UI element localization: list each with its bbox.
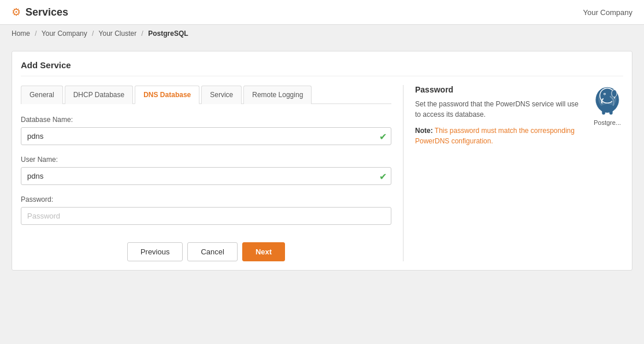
breadcrumb: Home / Your Company / Your Cluster / Pos… — [0, 25, 644, 42]
add-service-card: Add Service General DHCP Database DNS Da… — [12, 51, 632, 271]
breadcrumb-sep-3: / — [142, 29, 143, 38]
breadcrumb-company[interactable]: Your Company — [42, 29, 87, 38]
help-description: Set the password that the PowerDNS servi… — [415, 99, 583, 120]
username-group: User Name: ✔ — [21, 156, 391, 185]
tab-bar: General DHCP Database DNS Database Servi… — [21, 85, 391, 104]
top-bar: ⚙ Services Your Company — [0, 0, 644, 25]
company-name: Your Company — [583, 8, 632, 17]
breadcrumb-sep-2: / — [92, 29, 94, 38]
help-section: Password Set the password that the Power… — [404, 85, 623, 261]
db-name-input[interactable] — [21, 127, 391, 145]
password-group: Password: — [21, 195, 391, 225]
tab-dhcp-database[interactable]: DHCP Database — [65, 86, 134, 104]
button-row: Previous Cancel Next — [21, 242, 391, 261]
help-text: Password Set the password that the Power… — [415, 85, 583, 261]
pg-logo-label: Postgre... — [594, 119, 621, 126]
app-title: Services — [25, 6, 68, 19]
tab-dns-database[interactable]: DNS Database — [135, 86, 199, 104]
tab-service[interactable]: Service — [201, 86, 242, 104]
db-name-input-wrapper: ✔ — [21, 127, 391, 145]
username-input-wrapper: ✔ — [21, 167, 391, 185]
svg-point-5 — [612, 90, 617, 97]
tab-remote-logging[interactable]: Remote Logging — [243, 86, 312, 104]
breadcrumb-sep-1: / — [35, 29, 36, 38]
note-text: This password must match the correspondi… — [415, 127, 575, 145]
db-name-label: Database Name: — [21, 116, 391, 124]
breadcrumb-current: PostgreSQL — [148, 29, 188, 38]
password-label: Password: — [21, 195, 391, 204]
cancel-button[interactable]: Cancel — [187, 242, 237, 261]
pg-logo-container: Postgre... — [591, 85, 623, 261]
username-input[interactable] — [21, 167, 391, 185]
username-check-icon: ✔ — [379, 171, 387, 182]
password-input-wrapper — [21, 207, 391, 225]
svg-rect-7 — [602, 109, 605, 114]
note-label: Note: — [415, 127, 433, 135]
password-input[interactable] — [21, 207, 391, 225]
form-layout: General DHCP Database DNS Database Servi… — [21, 85, 623, 261]
svg-point-4 — [604, 94, 605, 95]
help-title: Password — [415, 85, 583, 94]
main-content: Add Service General DHCP Database DNS Da… — [0, 42, 644, 279]
db-name-check-icon: ✔ — [379, 131, 387, 142]
previous-button[interactable]: Previous — [127, 242, 183, 261]
tab-general[interactable]: General — [21, 86, 63, 104]
svg-rect-8 — [609, 109, 613, 114]
username-label: User Name: — [21, 156, 391, 164]
form-section: General DHCP Database DNS Database Servi… — [21, 85, 404, 261]
next-button[interactable]: Next — [242, 242, 285, 261]
breadcrumb-cluster[interactable]: Your Cluster — [99, 29, 137, 38]
db-name-group: Database Name: ✔ — [21, 116, 391, 145]
breadcrumb-home[interactable]: Home — [12, 29, 30, 38]
card-title: Add Service — [21, 60, 623, 76]
postgresql-logo-icon — [591, 85, 623, 117]
help-note: Note: This password must match the corre… — [415, 125, 583, 146]
gear-icon: ⚙ — [12, 6, 21, 19]
